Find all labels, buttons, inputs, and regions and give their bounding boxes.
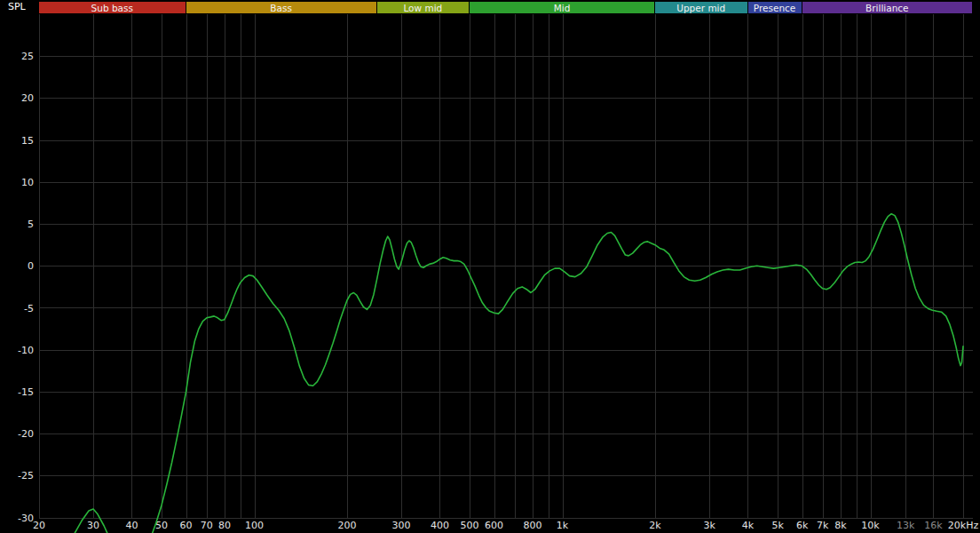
x-tick-label: 80 (218, 520, 231, 531)
response-plot: 203040506070801002003004005006008001k2k3… (0, 0, 980, 533)
x-tick-label: 60 (180, 520, 193, 531)
x-tick-label: 400 (431, 520, 449, 531)
x-tick-label: 800 (523, 520, 541, 531)
y-tick-label: -20 (18, 428, 34, 440)
x-tick-label: 13k (897, 520, 915, 531)
x-tick-label: 50 (155, 520, 168, 531)
x-tick-label: 70 (201, 520, 213, 531)
y-tick-label: -15 (18, 386, 34, 398)
x-axis-labels: 203040506070801002003004005006008001k2k3… (33, 520, 978, 531)
y-tick-label: 25 (21, 51, 34, 62)
x-tick-label: 4k (742, 520, 755, 531)
x-tick-label: 3k (703, 520, 715, 531)
x-tick-label: 20kHz (948, 520, 979, 531)
spl-frequency-response-chart: SPL Sub bassBassLow midMidUpper midPrese… (0, 0, 980, 533)
x-tick-label: 100 (245, 520, 264, 531)
x-tick-label: 8k (834, 520, 847, 531)
x-tick-label: 16k (924, 520, 943, 531)
x-tick-label: 1k (557, 520, 569, 531)
y-tick-label: 5 (28, 219, 34, 230)
x-tick-label: 2k (649, 520, 661, 531)
y-axis-labels: 2520151050-5-10-15-20-25-30 (18, 51, 34, 523)
y-tick-label: -5 (24, 303, 34, 314)
gridlines (39, 14, 973, 519)
x-tick-label: 10k (861, 520, 880, 531)
y-tick-label: -10 (18, 345, 34, 356)
x-tick-label: 300 (392, 520, 411, 531)
x-tick-label: 5k (771, 520, 784, 531)
x-tick-label: 600 (485, 520, 503, 531)
x-tick-label: 6k (796, 520, 809, 531)
x-tick-label: 30 (87, 520, 99, 531)
x-tick-label: 7k (817, 520, 829, 531)
y-tick-label: -30 (18, 513, 34, 524)
y-tick-label: 10 (21, 177, 34, 188)
x-tick-label: 500 (461, 520, 479, 531)
y-tick-label: 15 (21, 135, 34, 147)
y-tick-label: 20 (21, 92, 34, 104)
y-tick-label: -25 (18, 470, 34, 481)
x-tick-label: 200 (338, 520, 357, 531)
x-tick-label: 20 (33, 520, 45, 531)
y-tick-label: 0 (28, 260, 34, 272)
x-tick-label: 40 (126, 520, 138, 531)
